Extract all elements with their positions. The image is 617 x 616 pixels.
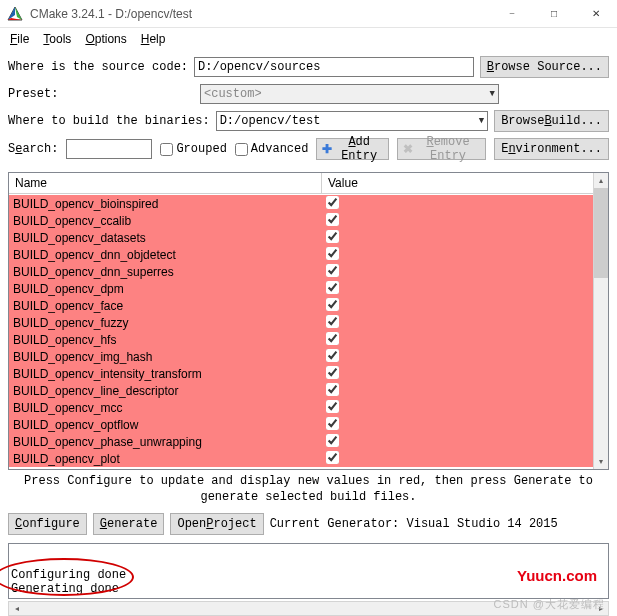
scroll-thumb[interactable] bbox=[594, 188, 608, 278]
configure-button[interactable]: Configure bbox=[8, 513, 87, 535]
bool-checkbox[interactable] bbox=[326, 434, 339, 447]
build-label: Where to build the binaries: bbox=[8, 114, 210, 128]
preset-label: Preset: bbox=[8, 87, 194, 101]
cache-name: BUILD_opencv_plot bbox=[9, 452, 322, 466]
cache-value[interactable] bbox=[322, 451, 339, 467]
search-input[interactable] bbox=[66, 139, 152, 159]
output-panel[interactable]: Configuring doneGenerating done bbox=[8, 543, 609, 599]
open-project-button[interactable]: Open Project bbox=[170, 513, 263, 535]
bool-checkbox[interactable] bbox=[326, 298, 339, 311]
cache-value[interactable] bbox=[322, 281, 339, 297]
output-line: Generating done bbox=[11, 582, 126, 596]
cache-value[interactable] bbox=[322, 315, 339, 331]
window-maximize-button[interactable]: □ bbox=[533, 0, 575, 28]
scroll-left-icon[interactable]: ◂ bbox=[9, 602, 24, 615]
cache-value[interactable] bbox=[322, 366, 339, 382]
bool-checkbox[interactable] bbox=[326, 451, 339, 464]
advanced-checkbox[interactable]: Advanced bbox=[235, 142, 309, 156]
menubar: File Tools Options Help bbox=[0, 28, 617, 50]
cache-name: BUILD_opencv_intensity_transform bbox=[9, 367, 322, 381]
bool-checkbox[interactable] bbox=[326, 315, 339, 328]
bool-checkbox[interactable] bbox=[326, 247, 339, 260]
table-row[interactable]: BUILD_opencv_dpm bbox=[9, 280, 593, 297]
cache-value[interactable] bbox=[322, 349, 339, 365]
cache-name: BUILD_opencv_fuzzy bbox=[9, 316, 322, 330]
menu-file[interactable]: File bbox=[4, 30, 35, 48]
table-row[interactable]: BUILD_opencv_datasets bbox=[9, 229, 593, 246]
cache-value[interactable] bbox=[322, 213, 339, 229]
cache-name: BUILD_opencv_img_hash bbox=[9, 350, 322, 364]
cache-name: BUILD_opencv_dnn_superres bbox=[9, 265, 322, 279]
build-value: D:/opencv/test bbox=[220, 114, 321, 128]
cache-value[interactable] bbox=[322, 434, 339, 450]
cache-name: BUILD_opencv_optflow bbox=[9, 418, 322, 432]
table-row[interactable]: BUILD_opencv_plot bbox=[9, 450, 593, 467]
cache-value[interactable] bbox=[322, 264, 339, 280]
table-row[interactable]: BUILD_opencv_ccalib bbox=[9, 212, 593, 229]
menu-tools[interactable]: Tools bbox=[37, 30, 77, 48]
cache-value[interactable] bbox=[322, 230, 339, 246]
table-row[interactable]: BUILD_opencv_face bbox=[9, 297, 593, 314]
table-row[interactable]: BUILD_opencv_phase_unwrapping bbox=[9, 433, 593, 450]
generate-button[interactable]: Generate bbox=[93, 513, 165, 535]
chevron-down-icon[interactable]: ▼ bbox=[479, 116, 484, 126]
bool-checkbox[interactable] bbox=[326, 383, 339, 396]
table-row[interactable]: BUILD_opencv_img_hash bbox=[9, 348, 593, 365]
table-row[interactable]: BUILD_opencv_hfs bbox=[9, 331, 593, 348]
cache-value[interactable] bbox=[322, 247, 339, 263]
window-minimize-button[interactable]: − bbox=[491, 0, 533, 28]
horizontal-scrollbar[interactable]: ◂ ▸ bbox=[8, 601, 609, 616]
cache-value[interactable] bbox=[322, 383, 339, 399]
table-row[interactable]: BUILD_opencv_mcc bbox=[9, 399, 593, 416]
table-row[interactable]: BUILD_opencv_dnn_objdetect bbox=[9, 246, 593, 263]
source-input[interactable] bbox=[194, 57, 474, 77]
table-row[interactable]: BUILD_opencv_fuzzy bbox=[9, 314, 593, 331]
browse-source-button[interactable]: Browse Source... bbox=[480, 56, 609, 78]
cache-name: BUILD_opencv_ccalib bbox=[9, 214, 322, 228]
scroll-up-icon[interactable]: ▴ bbox=[594, 173, 608, 188]
table-row[interactable]: BUILD_opencv_optflow bbox=[9, 416, 593, 433]
cache-value[interactable] bbox=[322, 332, 339, 348]
cache-name: BUILD_opencv_line_descriptor bbox=[9, 384, 322, 398]
window-title: CMake 3.24.1 - D:/opencv/test bbox=[30, 7, 491, 21]
cache-name: BUILD_opencv_face bbox=[9, 299, 322, 313]
table-row[interactable]: BUILD_opencv_dnn_superres bbox=[9, 263, 593, 280]
preset-value: <custom> bbox=[204, 87, 262, 101]
cmake-logo-icon bbox=[6, 5, 24, 23]
grouped-checkbox[interactable]: Grouped bbox=[160, 142, 226, 156]
bool-checkbox[interactable] bbox=[326, 400, 339, 413]
table-row[interactable]: BUILD_opencv_intensity_transform bbox=[9, 365, 593, 382]
bool-checkbox[interactable] bbox=[326, 417, 339, 430]
remove-entry-button: ✖Remove Entry bbox=[397, 138, 486, 160]
bool-checkbox[interactable] bbox=[326, 213, 339, 226]
build-select[interactable]: D:/opencv/test ▼ bbox=[216, 111, 489, 131]
table-row[interactable]: BUILD_opencv_bioinspired bbox=[9, 195, 593, 212]
cache-table: Name Value BUILD_opencv_bioinspiredBUILD… bbox=[8, 172, 609, 470]
scroll-right-icon[interactable]: ▸ bbox=[593, 602, 608, 615]
scroll-down-icon[interactable]: ▾ bbox=[594, 454, 608, 469]
menu-options[interactable]: Options bbox=[79, 30, 132, 48]
browse-build-button[interactable]: Browse Build... bbox=[494, 110, 609, 132]
cache-value[interactable] bbox=[322, 196, 339, 212]
column-value[interactable]: Value bbox=[322, 173, 608, 193]
bool-checkbox[interactable] bbox=[326, 332, 339, 345]
cache-value[interactable] bbox=[322, 298, 339, 314]
bool-checkbox[interactable] bbox=[326, 196, 339, 209]
cache-value[interactable] bbox=[322, 417, 339, 433]
vertical-scrollbar[interactable]: ▴ ▾ bbox=[593, 173, 608, 469]
bool-checkbox[interactable] bbox=[326, 366, 339, 379]
bool-checkbox[interactable] bbox=[326, 230, 339, 243]
x-icon: ✖ bbox=[403, 142, 413, 156]
bool-checkbox[interactable] bbox=[326, 349, 339, 362]
column-name[interactable]: Name bbox=[9, 173, 322, 193]
bool-checkbox[interactable] bbox=[326, 264, 339, 277]
preset-select: <custom> ▼ bbox=[200, 84, 499, 104]
table-row[interactable]: BUILD_opencv_line_descriptor bbox=[9, 382, 593, 399]
bool-checkbox[interactable] bbox=[326, 281, 339, 294]
add-entry-button[interactable]: ✚Add Entry bbox=[316, 138, 388, 160]
window-titlebar: CMake 3.24.1 - D:/opencv/test − □ ✕ bbox=[0, 0, 617, 28]
cache-value[interactable] bbox=[322, 400, 339, 416]
menu-help[interactable]: Help bbox=[135, 30, 172, 48]
window-close-button[interactable]: ✕ bbox=[575, 0, 617, 28]
environment-button[interactable]: Environment... bbox=[494, 138, 609, 160]
